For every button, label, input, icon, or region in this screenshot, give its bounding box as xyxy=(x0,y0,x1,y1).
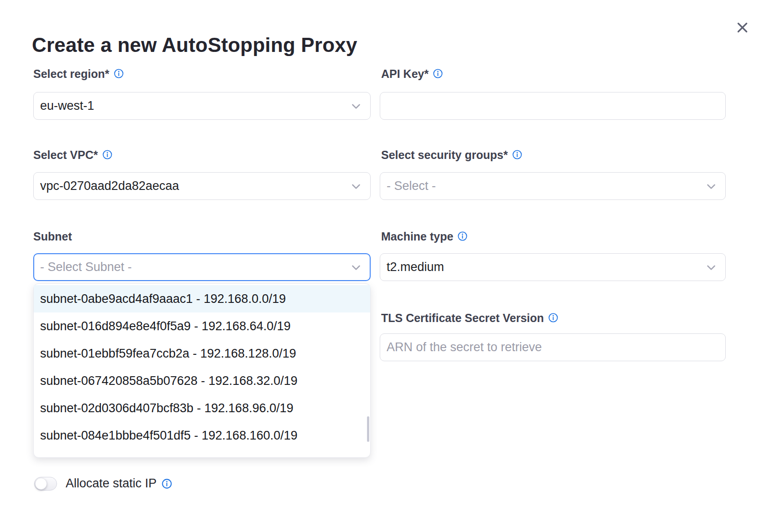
machine-type-label: Machine type xyxy=(381,230,467,244)
chevron-down-icon xyxy=(349,261,363,274)
region-select[interactable]: eu-west-1 xyxy=(33,92,371,120)
info-icon[interactable] xyxy=(512,149,522,162)
chevron-down-icon xyxy=(349,179,363,193)
tls-secret-version-label: TLS Certificate Secret Version xyxy=(381,312,558,325)
toggle-knob xyxy=(35,478,47,490)
chevron-down-icon xyxy=(704,179,718,193)
chevron-down-icon xyxy=(704,261,718,274)
subnet-option[interactable]: subnet-016d894e8e4f0f5a9 - 192.168.64.0/… xyxy=(34,312,370,340)
subnet-option[interactable]: subnet-084e1bbbe4f501df5 - 192.168.160.0… xyxy=(34,422,370,449)
subnet-option[interactable]: subnet-01ebbf59fea7ccb2a - 192.168.128.0… xyxy=(34,340,370,367)
close-icon xyxy=(735,20,749,35)
subnet-select[interactable]: - Select Subnet - xyxy=(33,253,371,281)
info-icon[interactable] xyxy=(548,312,558,325)
info-icon[interactable] xyxy=(162,479,172,489)
security-groups-placeholder: - Select - xyxy=(387,179,436,193)
machine-type-select-value: t2.medium xyxy=(387,260,444,274)
subnet-option[interactable]: subnet-02d0306d407bcf83b - 192.168.96.0/… xyxy=(34,394,370,422)
tls-secret-version-input[interactable] xyxy=(380,333,726,361)
api-key-input[interactable] xyxy=(380,92,726,120)
security-groups-select[interactable]: - Select - xyxy=(380,172,726,200)
subnet-dropdown-menu: subnet-0abe9acd4af9aaac1 - 192.168.0.0/1… xyxy=(33,283,371,458)
api-key-label: API Key* xyxy=(381,67,443,81)
info-icon[interactable] xyxy=(433,68,443,81)
allocate-static-ip-label: Allocate static IP xyxy=(66,476,172,491)
subnet-select-placeholder: - Select Subnet - xyxy=(40,260,132,274)
page-title: Create a new AutoStopping Proxy xyxy=(32,34,357,56)
subnet-option[interactable]: subnet-067420858a5b07628 - 192.168.32.0/… xyxy=(34,367,370,394)
vpc-select-value: vpc-0270aad2da82aecaa xyxy=(40,179,179,193)
info-icon[interactable] xyxy=(103,149,112,162)
region-select-value: eu-west-1 xyxy=(40,99,94,113)
info-icon[interactable] xyxy=(114,68,124,81)
vpc-label: Select VPC* xyxy=(33,148,112,162)
scrollbar-thumb[interactable] xyxy=(367,416,369,442)
chevron-down-icon xyxy=(349,99,363,113)
subnet-option[interactable]: subnet-0abe9acd4af9aaac1 - 192.168.0.0/1… xyxy=(34,285,370,312)
security-groups-label: Select security groups* xyxy=(381,148,522,162)
region-label: Select region* xyxy=(33,67,124,81)
close-button[interactable] xyxy=(733,18,751,36)
vpc-select[interactable]: vpc-0270aad2da82aecaa xyxy=(33,172,371,200)
info-icon[interactable] xyxy=(458,230,467,244)
machine-type-select[interactable]: t2.medium xyxy=(380,253,726,281)
allocate-static-ip-toggle[interactable] xyxy=(34,477,57,491)
subnet-label: Subnet xyxy=(33,230,72,243)
